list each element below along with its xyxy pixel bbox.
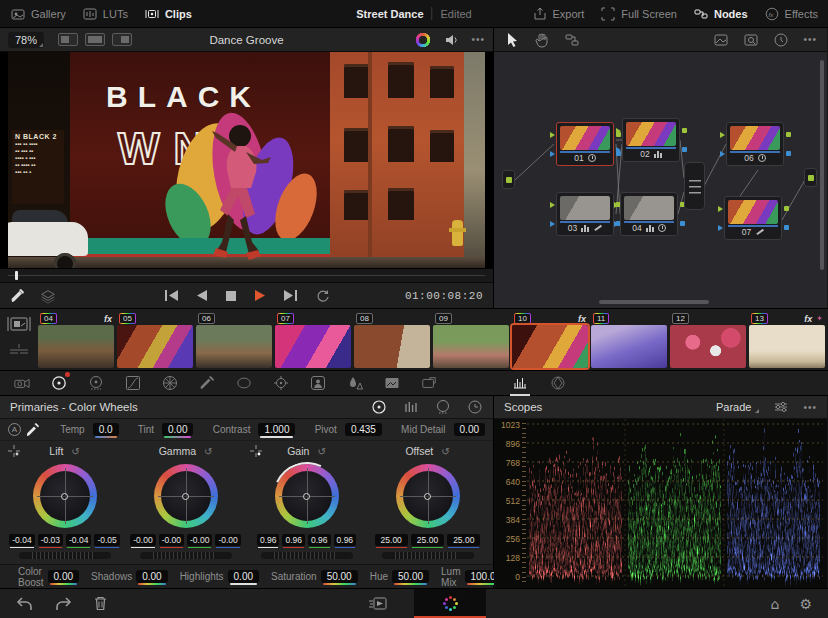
offset-reset-icon[interactable]: ↺ [441,446,449,457]
reset-palette-icon[interactable] [467,399,483,415]
power-window-tab[interactable] [236,375,252,391]
select-tool-icon[interactable] [504,32,520,48]
viewer-more-menu[interactable]: ••• [471,34,485,45]
node-source-output[interactable] [502,170,515,189]
nodes-button[interactable]: Nodes [693,6,748,22]
hdr-wheels-tab[interactable] [88,375,104,391]
stills-tab[interactable] [384,375,400,391]
gain-picker-icon[interactable] [250,445,262,457]
clip-thumbnail[interactable] [275,325,351,368]
timeline-clip[interactable]: 09 [433,312,509,370]
gain-reset-icon[interactable]: ↺ [317,446,325,457]
lift-g-value[interactable]: -0.04 [66,534,91,546]
browse-stills-icon[interactable] [743,32,759,48]
open-fx-tab[interactable] [421,375,437,391]
delete-button[interactable] [94,596,107,611]
gain-y-value[interactable]: 0.96 [257,534,280,546]
clip-thumbnail[interactable] [512,325,588,368]
gain-b-value[interactable]: 0.96 [334,534,357,546]
gallery-button[interactable]: Gallery [10,6,66,22]
undo-button[interactable] [16,597,33,611]
mid-detail-value[interactable]: 0.00 [454,423,485,436]
clip-thumbnail[interactable] [433,325,509,368]
gamma-r-value[interactable]: -0.00 [159,534,184,546]
log-mode-icon[interactable] [435,399,451,415]
lift-r-value[interactable]: -0.03 [38,534,63,546]
wheels-mode-icon[interactable] [371,399,387,415]
bars-mode-icon[interactable] [403,399,419,415]
timeline-clip[interactable]: 07 [275,312,351,370]
timeline-clip[interactable]: 05 [117,312,193,370]
playhead[interactable] [15,271,18,280]
offset-wheel[interactable] [396,464,460,528]
auto-balance-button[interactable]: A [8,423,21,436]
clips-button[interactable]: Clips [144,6,192,22]
timeline-clip[interactable]: 13fx✦ [749,312,825,370]
split-viewer-toggle[interactable] [85,33,105,46]
node-more-menu[interactable]: ••• [803,34,817,45]
color-wheels-tab[interactable] [51,375,67,391]
white-balance-picker-icon[interactable] [25,422,41,438]
tracker-tab[interactable] [273,375,289,391]
offset-master-slider[interactable] [382,552,474,559]
clip-thumbnail[interactable] [354,325,430,368]
clip-thumbnail[interactable] [670,325,746,368]
home-button[interactable]: ⌂ [771,596,780,612]
saturation-value[interactable]: 50.00 [321,570,358,583]
node-graph-hscrollbar[interactable] [599,300,709,304]
offset-r-value[interactable]: 25.00 [375,534,408,546]
gamma-reset-icon[interactable]: ↺ [204,446,212,457]
color-warper-tab[interactable] [162,375,178,391]
wipe-layers-icon[interactable] [40,288,56,304]
lift-y-value[interactable]: -0.04 [9,534,34,546]
corrector-node-07[interactable]: 07 [724,196,782,240]
clips-filmstrip-icon[interactable] [6,315,32,333]
color-page-tab-active[interactable] [414,589,486,618]
corrector-node-03[interactable]: 03 [556,192,614,236]
keyframes-tab[interactable] [550,375,566,391]
settings-gear-button[interactable]: ⚙ [799,596,812,612]
viewer-image[interactable]: N BLACK 2▪▪▪ ▪▪ ▪▪▪▪▪▪ ▪▪▪ ▪▪▪▪▪▪ ▪ ▪▪▪▪… [0,52,493,268]
corrector-node-06[interactable]: 06 [726,122,784,166]
lift-picker-icon[interactable] [8,445,20,457]
stop-button[interactable] [225,290,237,302]
timeline-mini-icon[interactable] [8,343,30,357]
node-graph-vscrollbar[interactable] [820,60,824,270]
gamma-y-value[interactable]: -0.00 [130,534,155,546]
gamma-g-value[interactable]: -0.00 [187,534,212,546]
shadows-value[interactable]: 0.00 [136,570,167,583]
scope-mode-dropdown[interactable]: Parade [716,401,759,413]
blur-tab[interactable] [347,375,363,391]
clip-thumbnail[interactable] [38,325,114,368]
play-button[interactable] [254,289,266,302]
camera-raw-tab[interactable] [14,375,30,391]
color-enhance-icon[interactable] [415,32,431,48]
lift-reset-icon[interactable]: ↺ [71,446,79,457]
next-clip-button[interactable] [283,289,298,302]
temp-value[interactable]: 0.0 [93,423,119,436]
pan-hand-icon[interactable] [534,32,550,48]
luts-button[interactable]: LUTs [82,6,128,22]
lift-master-slider[interactable] [19,552,111,559]
history-icon[interactable] [773,32,789,48]
scopes-tab[interactable] [512,375,528,391]
timeline-clip-current[interactable]: 10fx [512,312,588,370]
corrector-node-01[interactable]: 01 [556,122,614,166]
timeline-clip[interactable]: 11 [591,312,667,370]
effects-button[interactable]: fx Effects [764,6,818,22]
clip-thumbnail[interactable] [117,325,193,368]
still-preview-icon[interactable] [713,32,729,48]
prev-clip-button[interactable] [164,289,179,302]
pivot-value[interactable]: 0.435 [345,423,382,436]
hue-value[interactable]: 50.00 [392,570,429,583]
viewer-zoom-dropdown[interactable]: 78% [8,32,44,48]
gain-master-slider[interactable] [261,552,353,559]
highlights-value[interactable]: 0.00 [228,570,259,583]
scopes-more-menu[interactable]: ••• [803,402,817,413]
timeline-clip[interactable]: 08 [354,312,430,370]
play-reverse-button[interactable] [196,289,208,302]
qualifier-tab[interactable] [199,375,215,391]
clip-thumbnail[interactable] [196,325,272,368]
grab-still-eyedropper-icon[interactable] [10,288,26,304]
corrector-node-02[interactable]: 02 [622,118,680,162]
